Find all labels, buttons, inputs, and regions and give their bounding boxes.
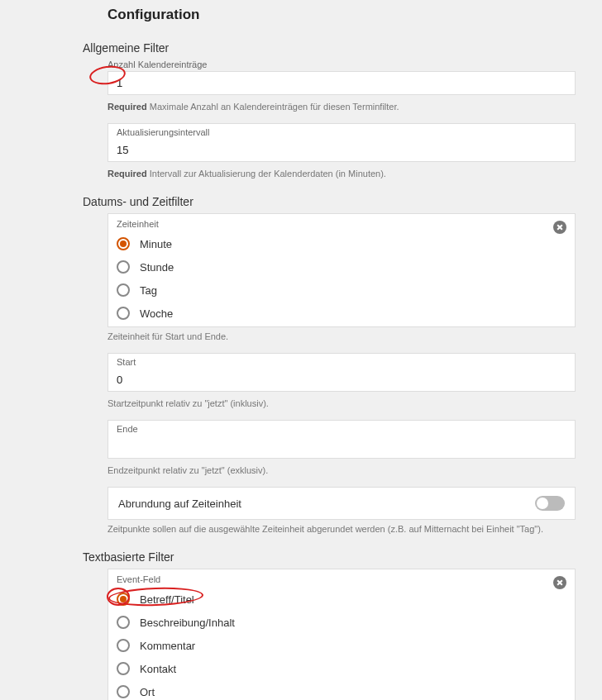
radio-label: Kommentar bbox=[140, 640, 195, 652]
radio-label: Tag bbox=[140, 284, 157, 297]
event-field-option[interactable]: Beschreibung/Inhalt bbox=[108, 611, 575, 634]
end-helper: Endzeitpunkt relativ zu "jetzt" (exklusi… bbox=[108, 465, 576, 475]
radio-dot-icon bbox=[120, 596, 127, 602]
round-label: Abrundung auf Zeiteinheit bbox=[118, 498, 241, 510]
event-field-option[interactable]: Kommentar bbox=[108, 634, 575, 657]
end-label: Ende bbox=[108, 424, 575, 434]
radio-dot-icon bbox=[120, 240, 127, 247]
radio-label: Woche bbox=[140, 307, 173, 320]
round-toggle-row[interactable]: Abrundung auf Zeiteinheit bbox=[108, 487, 576, 520]
field-radio-group: Event-Feld Betreff/TitelBeschreibung/Inh… bbox=[108, 569, 576, 700]
count-label: Anzahl Kalendereinträge bbox=[108, 60, 576, 69]
clear-icon[interactable] bbox=[553, 221, 566, 234]
radio-label: Betreff/Titel bbox=[140, 593, 194, 606]
interval-helper: Required Intervall zur Aktualisierung de… bbox=[108, 169, 576, 179]
radio-icon bbox=[117, 616, 130, 629]
radio-icon bbox=[117, 639, 130, 652]
radio-icon bbox=[117, 283, 130, 297]
event-field-option[interactable]: Ort bbox=[108, 680, 575, 700]
radio-label: Ort bbox=[140, 686, 155, 698]
unit-option[interactable]: Tag bbox=[108, 279, 575, 302]
field-label: Event-Feld bbox=[108, 573, 575, 588]
interval-label: Aktualisierungsintervall bbox=[108, 127, 575, 137]
unit-option[interactable]: Minute bbox=[108, 232, 575, 255]
radio-label: Kontakt bbox=[140, 663, 176, 675]
event-field-option[interactable]: Betreff/Titel bbox=[108, 588, 575, 611]
event-field-option[interactable]: Kontakt bbox=[108, 657, 575, 680]
end-input[interactable] bbox=[108, 436, 575, 458]
radio-icon bbox=[117, 307, 130, 320]
toggle-knob bbox=[537, 498, 548, 509]
start-input[interactable] bbox=[108, 369, 575, 391]
radio-icon bbox=[117, 237, 130, 250]
radio-label: Stunde bbox=[140, 261, 174, 274]
interval-input[interactable] bbox=[108, 139, 575, 161]
radio-icon bbox=[117, 593, 130, 606]
start-label: Start bbox=[108, 357, 575, 367]
section-general-title: Allgemeine Filter bbox=[83, 41, 576, 55]
section-textfilter-title: Textbasierte Filter bbox=[83, 550, 576, 564]
radio-icon bbox=[117, 662, 130, 675]
count-helper: Required Maximale Anzahl an Kalendereint… bbox=[108, 102, 576, 112]
radio-label: Minute bbox=[140, 238, 172, 250]
radio-icon bbox=[117, 685, 130, 698]
unit-label: Zeiteinheit bbox=[108, 217, 575, 232]
unit-option[interactable]: Stunde bbox=[108, 255, 575, 279]
count-input[interactable] bbox=[108, 72, 575, 94]
clear-icon[interactable] bbox=[553, 576, 566, 589]
round-toggle[interactable] bbox=[535, 496, 565, 511]
round-helper: Zeitpunkte sollen auf die ausgewählte Ze… bbox=[108, 524, 576, 534]
radio-icon bbox=[117, 260, 130, 274]
page-title: Configuration bbox=[108, 7, 576, 23]
unit-helper: Zeiteinheit für Start und Ende. bbox=[108, 331, 576, 341]
start-helper: Startzeitpunkt relativ zu "jetzt" (inklu… bbox=[108, 398, 576, 408]
section-datetime-title: Datums- und Zeitfilter bbox=[83, 195, 576, 208]
unit-option[interactable]: Woche bbox=[108, 302, 575, 325]
unit-radio-group: Zeiteinheit MinuteStundeTagWoche bbox=[108, 213, 576, 327]
radio-label: Beschreibung/Inhalt bbox=[140, 617, 235, 629]
